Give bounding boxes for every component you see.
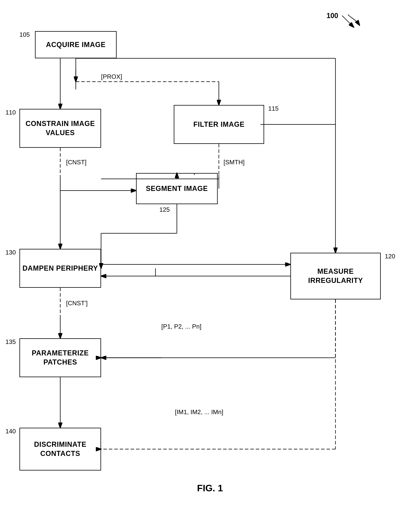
box-dampen: DAMPEN PERIPHERY (19, 249, 101, 288)
ref-135: 135 (5, 338, 16, 345)
svg-text:[CNST']: [CNST'] (66, 300, 88, 307)
ref-105: 105 (19, 31, 30, 38)
ref-115: 115 (268, 105, 278, 112)
box-constrain: CONSTRAIN IMAGE VALUES (19, 109, 101, 148)
box-filter: FILTER IMAGE (174, 105, 264, 144)
box-segment: SEGMENT IMAGE (136, 173, 218, 204)
ref-130: 130 (5, 249, 16, 256)
svg-text:[IM1, IM2, ... IMn]: [IM1, IM2, ... IMn] (175, 409, 223, 416)
ref-110: 110 (5, 109, 16, 116)
box-discriminate: DISCRIMINATE CONTACTS (19, 428, 101, 471)
svg-text:[PROX]: [PROX] (101, 73, 122, 80)
svg-text:[P1, P2, ... Pn]: [P1, P2, ... Pn] (161, 323, 201, 330)
ref-100: 100 (327, 12, 338, 20)
diagram-container: 100 ACQUIRE IMAGE 105 FILTER IMAGE 115 C… (0, 0, 420, 509)
svg-text:[SMTH]: [SMTH] (224, 159, 245, 166)
svg-text:[CNST]: [CNST] (66, 159, 86, 166)
ref-125: 125 (159, 206, 170, 213)
box-measure: MEASURE IRREGULARITY (290, 253, 381, 299)
box-acquire: ACQUIRE IMAGE (35, 31, 117, 58)
ref-120: 120 (385, 253, 395, 260)
box-parameterize: PARAMETERIZE PATCHES (19, 338, 101, 377)
ref-140: 140 (5, 428, 16, 435)
fig-label: FIG. 1 (197, 483, 223, 494)
